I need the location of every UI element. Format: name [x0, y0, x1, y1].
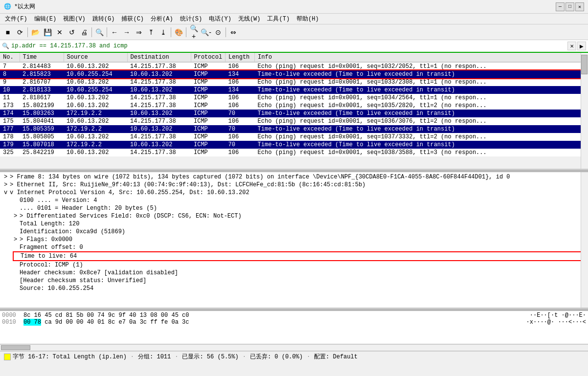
maximize-button[interactable]: □	[565, 2, 574, 11]
detail-line[interactable]: > > Differentiated Services Field: 0xc0 …	[2, 212, 586, 220]
packet-list-panel: No. Time Source Destination Protocol Len…	[0, 53, 588, 170]
forward-button[interactable]: →	[121, 26, 133, 38]
detail-line-text: .... 0101 = Header Length: 20 bytes (5)	[20, 205, 157, 212]
horizontal-scrollbar[interactable]	[0, 344, 588, 351]
packet-list-scroll-thumb[interactable]	[581, 55, 588, 74]
table-row[interactable]: 92.81670710.60.13.20214.215.177.38ICMP10…	[0, 78, 588, 86]
table-cell: 106	[226, 102, 255, 110]
zoom-in-button[interactable]: 🔍+	[188, 26, 200, 38]
table-cell: Time-to-live exceeded (Time to live exce…	[255, 125, 588, 133]
find-button[interactable]: 🔍	[93, 26, 105, 38]
table-cell: 175	[0, 117, 20, 125]
scroll-top-button[interactable]: ⤒	[145, 26, 157, 38]
menu-item-v[interactable]: 视图(V)	[60, 14, 89, 24]
toolbar-sep-1	[27, 27, 28, 37]
stop-button[interactable]: ■	[2, 26, 14, 38]
reload-button[interactable]: ↺	[66, 26, 78, 38]
packet-list-scrollbar[interactable]	[581, 53, 588, 169]
detail-line-text: Source: 10.60.255.254	[20, 285, 93, 292]
table-row[interactable]: 32525.84221910.60.13.20214.215.177.38ICM…	[0, 149, 588, 156]
table-row[interactable]: 102.81813310.60.255.25410.60.13.202ICMP1…	[0, 86, 588, 94]
open-file-button[interactable]: 📂	[29, 26, 41, 38]
dropped-count: 已丢弃: 0 (0.0%)	[250, 353, 303, 361]
title-bar: 🌐 *以太网 — □ ✕	[0, 0, 588, 14]
hex-bytes: 8c 16 45 cd 81 5b 00 74 9c 9f 40 13 08 0…	[23, 312, 526, 319]
table-cell: Time-to-live exceeded (Time to live exce…	[255, 86, 588, 94]
table-cell: 2.818617	[20, 94, 64, 102]
detail-line[interactable]: > > Frame 8: 134 bytes on wire (1072 bit…	[2, 173, 586, 181]
table-row[interactable]: 82.81582310.60.255.25410.60.13.202ICMP13…	[0, 70, 588, 78]
filter-apply-button[interactable]: ▶	[577, 42, 586, 50]
back-button[interactable]: ←	[109, 26, 120, 38]
menu-item-s[interactable]: 统计(S)	[177, 14, 205, 24]
menu-item-a[interactable]: 分析(A)	[148, 14, 176, 24]
menu-item-g[interactable]: 跳转(G)	[90, 14, 118, 24]
print-button[interactable]: 🖨	[78, 26, 90, 38]
app-icon: 🌐	[4, 3, 11, 10]
toolbar-sep-4	[171, 27, 171, 37]
table-cell: 10.60.13.202	[127, 86, 191, 94]
filter-input[interactable]	[11, 43, 567, 49]
table-cell: ICMP	[191, 117, 226, 125]
close-file-button[interactable]: ✕	[54, 26, 66, 38]
hex-bytes: 00 78 ca 9d 00 00 40 01 8c e7 0a 3c ff f…	[23, 319, 522, 326]
table-cell: ICMP	[191, 94, 226, 102]
resize-columns-button[interactable]: ⇔	[227, 26, 239, 38]
filter-clear-button[interactable]: ✕	[567, 42, 576, 50]
zoom-out-button[interactable]: 🔍-	[200, 26, 212, 38]
table-cell: 11	[0, 94, 20, 102]
table-cell: 70	[226, 125, 255, 133]
title-text: *以太网	[14, 2, 35, 11]
detail-line[interactable]: > > Ethernet II, Src: RuijieNe_9f:40:13 …	[2, 181, 586, 189]
h-scroll-thumb[interactable]	[1, 345, 30, 350]
toolbar-sep-3	[107, 27, 107, 37]
window-controls: — □ ✕	[556, 2, 584, 11]
table-cell: 2.816707	[20, 78, 64, 86]
zoom-reset-button[interactable]: ⊙	[212, 26, 224, 38]
col-time: Time	[20, 53, 64, 62]
table-row[interactable]: 112.81861710.60.13.20214.215.177.38ICMP1…	[0, 94, 588, 102]
table-cell: 106	[226, 78, 255, 86]
save-file-button[interactable]: 💾	[42, 26, 53, 38]
table-row[interactable]: 17415.803263172.19.2.210.60.13.202ICMP70…	[0, 110, 588, 117]
menu-item-f[interactable]: 文件(F)	[2, 14, 30, 24]
menu-item-e[interactable]: 编辑(E)	[31, 14, 60, 24]
detail-scrollbar[interactable]	[581, 172, 588, 308]
table-cell: 134	[226, 86, 255, 94]
detail-line[interactable]: v v Internet Protocol Version 4, Src: 10…	[2, 189, 586, 197]
col-no: No.	[0, 53, 20, 62]
detail-line-text: [Header checksum status: Unverified]	[20, 277, 146, 284]
table-cell: 106	[226, 117, 255, 125]
table-row[interactable]: 72.81448310.60.13.20214.215.177.38ICMP10…	[0, 62, 588, 70]
menu-item-t[interactable]: 工具(T)	[264, 14, 293, 24]
table-cell: 10.60.13.202	[127, 70, 191, 78]
table-cell: 173	[0, 102, 20, 110]
table-row[interactable]: 17815.80580510.60.13.20214.215.177.38ICM…	[0, 133, 588, 141]
table-row[interactable]: 17715.805359172.19.2.210.60.13.202ICMP70…	[0, 125, 588, 133]
minimize-button[interactable]: —	[556, 2, 565, 11]
scroll-down-button[interactable]: ⤓	[158, 26, 169, 38]
displayed-count: 已显示: 56 (5.5%)	[182, 353, 238, 361]
close-button[interactable]: ✕	[575, 2, 584, 11]
hex-row: 00008c 16 45 cd 81 5b 00 74 9c 9f 40 13 …	[2, 312, 586, 319]
menu-item-h[interactable]: 帮助(H)	[294, 14, 322, 24]
table-row[interactable]: 17315.80219910.60.13.20214.215.177.38ICM…	[0, 102, 588, 110]
table-cell: 325	[0, 149, 20, 156]
toolbar-sep-6	[226, 27, 226, 37]
table-header-row: No. Time Source Destination Protocol Len…	[0, 53, 588, 62]
detail-line[interactable]: > > Flags: 0x0000	[2, 236, 586, 243]
table-cell: 10.60.13.202	[127, 110, 191, 117]
table-cell: 2.815823	[20, 70, 64, 78]
table-cell: Echo (ping) request id=0x0001, seq=1038/…	[255, 149, 588, 156]
table-row[interactable]: 17515.80404110.60.13.20214.215.177.38ICM…	[0, 117, 588, 125]
table-cell: 10.60.13.202	[64, 117, 127, 125]
table-row[interactable]: 17915.807018172.19.2.210.60.13.202ICMP70…	[0, 141, 588, 149]
table-cell: 15.807018	[20, 141, 64, 149]
restart-button[interactable]: ⟳	[14, 26, 26, 38]
menu-item-c[interactable]: 捕获(C)	[118, 14, 147, 24]
menu-item-w[interactable]: 无线(W)	[235, 14, 264, 24]
table-cell: 25.842219	[20, 149, 64, 156]
menu-item-y[interactable]: 电话(Y)	[206, 14, 234, 24]
colorize-button[interactable]: 🎨	[173, 26, 184, 38]
go-to-button[interactable]: ⇒	[133, 26, 145, 38]
